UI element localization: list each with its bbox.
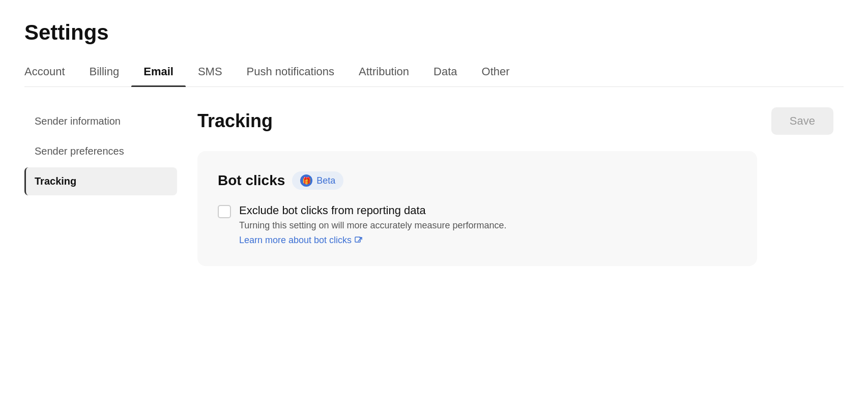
content-title: Tracking [197, 110, 273, 132]
learn-more-text: Learn more about bot clicks [239, 235, 352, 246]
content-header: Tracking Save [197, 107, 833, 135]
beta-icon: 🎁 [300, 174, 312, 187]
tab-sms[interactable]: SMS [186, 59, 235, 86]
tab-nav: Account Billing Email SMS Push notificat… [24, 59, 844, 87]
tab-email[interactable]: Email [131, 59, 186, 86]
checkbox-wrapper[interactable] [218, 205, 231, 220]
content-area: Tracking Save Bot clicks 🎁 Beta Ex [187, 107, 844, 266]
card-section-title-text: Bot clicks [218, 172, 285, 189]
tab-attribution[interactable]: Attribution [346, 59, 421, 86]
checkbox-content: Exclude bot clicks from reporting data T… [239, 204, 737, 246]
page-container: Settings Account Billing Email SMS Push … [0, 0, 868, 266]
sidebar-item-tracking[interactable]: Tracking [24, 167, 177, 195]
tab-account[interactable]: Account [24, 59, 77, 86]
tab-data[interactable]: Data [421, 59, 469, 86]
page-title: Settings [24, 20, 844, 45]
sidebar-item-sender-preferences[interactable]: Sender preferences [24, 137, 177, 165]
save-button[interactable]: Save [771, 107, 833, 135]
main-content: Sender information Sender preferences Tr… [24, 107, 844, 266]
tracking-card: Bot clicks 🎁 Beta Exclude bot clicks fro… [197, 151, 757, 266]
tab-other[interactable]: Other [470, 59, 522, 86]
tab-push-notifications[interactable]: Push notifications [235, 59, 346, 86]
sidebar: Sender information Sender preferences Tr… [24, 107, 187, 266]
external-link-icon [355, 237, 363, 245]
checkbox-label: Exclude bot clicks from reporting data [239, 204, 737, 217]
card-section-header: Bot clicks 🎁 Beta [218, 171, 737, 190]
checkbox-row: Exclude bot clicks from reporting data T… [218, 204, 737, 246]
beta-badge: 🎁 Beta [292, 171, 343, 190]
exclude-bot-clicks-checkbox[interactable] [218, 205, 231, 218]
beta-label: Beta [316, 175, 335, 186]
checkbox-description: Turning this setting on will more accura… [239, 220, 737, 231]
learn-more-link[interactable]: Learn more about bot clicks [239, 235, 363, 246]
tab-billing[interactable]: Billing [77, 59, 132, 86]
sidebar-item-sender-information[interactable]: Sender information [24, 107, 177, 135]
